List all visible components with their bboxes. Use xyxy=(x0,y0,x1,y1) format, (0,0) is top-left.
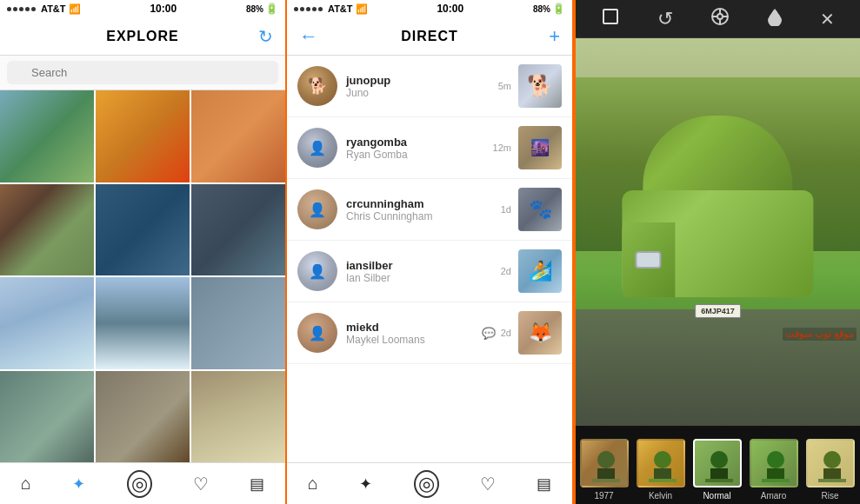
photo-cell[interactable] xyxy=(191,371,285,463)
editor-panel: ↺ ✕ xyxy=(574,0,860,504)
filter-1977[interactable]: 1977 xyxy=(576,426,632,504)
crop-icon[interactable] xyxy=(594,3,627,34)
dm-name: Juno xyxy=(346,87,498,99)
search-wrap: 🔍 xyxy=(7,61,278,84)
photo-cell[interactable] xyxy=(0,90,94,182)
dm-thumbnail: 🐕 xyxy=(518,64,562,108)
tab-home-direct[interactable]: ⌂ xyxy=(297,470,329,497)
home-icon-direct: ⌂ xyxy=(308,474,318,494)
tab-home[interactable]: ⌂ xyxy=(10,470,42,497)
tab-camera[interactable]: ◎ xyxy=(117,467,163,501)
dm-info: miekd Maykel Loomans xyxy=(346,321,482,346)
direct-status-bar: AT&T 📶 10:00 88% 🔋 xyxy=(287,0,572,17)
svg-point-2 xyxy=(717,14,723,19)
tab-profile-direct[interactable]: ▤ xyxy=(526,471,562,497)
photo-grid xyxy=(0,90,285,462)
battery-label: 88% xyxy=(246,4,263,14)
rotate-icon[interactable]: ↺ xyxy=(650,4,680,34)
drop-icon[interactable] xyxy=(760,3,790,35)
filter-label-rise: Rise xyxy=(821,491,838,501)
tab-activity-direct[interactable]: ♡ xyxy=(470,470,506,498)
dm-time: 2d xyxy=(501,266,511,276)
dm-username: junopup xyxy=(346,74,498,87)
filter-icon[interactable] xyxy=(703,3,737,35)
tab-activity[interactable]: ♡ xyxy=(183,470,219,498)
svg-rect-13 xyxy=(654,468,671,479)
photo-cell[interactable] xyxy=(0,371,94,463)
tab-camera-direct[interactable]: ◎ xyxy=(403,467,450,501)
filter-label-1977: 1977 xyxy=(594,491,613,501)
photo-cell[interactable] xyxy=(191,90,285,182)
svg-rect-10 xyxy=(592,479,620,482)
photo-cell[interactable] xyxy=(96,90,190,182)
refresh-button[interactable]: ↻ xyxy=(258,26,273,47)
dm-item[interactable]: 👤 crcunningham Chris Cunningham 1d 🐾 xyxy=(287,179,572,241)
battery-icon-direct: 🔋 xyxy=(552,3,565,15)
svg-point-8 xyxy=(597,451,615,468)
dm-item[interactable]: 👤 miekd Maykel Loomans 💬 2d 🦊 xyxy=(287,302,572,364)
dm-list: 🐕 junopup Juno 5m 🐕 👤 ryangomba Ryan Gom… xyxy=(287,56,572,462)
time-label: 10:00 xyxy=(150,3,177,15)
photo-cell[interactable] xyxy=(96,277,190,369)
camera-icon: ◎ xyxy=(127,470,152,498)
svg-point-12 xyxy=(654,451,671,468)
carrier-label-direct: AT&T xyxy=(328,3,353,14)
back-button[interactable]: ← xyxy=(299,25,318,48)
photo-cell[interactable] xyxy=(96,371,190,463)
dm-item[interactable]: 👤 ryangomba Ryan Gomba 12m 🌆 xyxy=(287,117,572,179)
filter-kelvin[interactable]: Kelvin xyxy=(632,426,689,504)
photo-cell[interactable] xyxy=(96,184,190,276)
search-input[interactable] xyxy=(7,61,278,84)
dm-thumbnail: 🐾 xyxy=(518,188,562,231)
explore-tab-bar: ⌂ ✦ ◎ ♡ ▤ xyxy=(0,462,285,504)
tab-explore[interactable]: ✦ xyxy=(62,471,96,497)
dm-username: iansilber xyxy=(346,259,501,272)
battery-icon: 🔋 xyxy=(265,3,278,15)
heart-icon: ♡ xyxy=(193,474,209,494)
profile-icon: ▤ xyxy=(250,474,264,494)
carrier-label: AT&T xyxy=(41,3,66,14)
tab-profile[interactable]: ▤ xyxy=(239,471,275,497)
photo-cell[interactable] xyxy=(0,277,94,369)
svg-point-16 xyxy=(710,451,728,468)
signal-dots xyxy=(7,7,36,11)
close-icon[interactable]: ✕ xyxy=(813,5,842,33)
wifi-icon: 📶 xyxy=(69,3,81,15)
svg-rect-22 xyxy=(762,479,790,482)
dm-name: Chris Cunningham xyxy=(346,210,501,222)
avatar: 👤 xyxy=(297,313,337,353)
explore-icon: ✦ xyxy=(72,474,85,494)
svg-point-20 xyxy=(767,451,784,468)
profile-icon-direct: ▤ xyxy=(537,474,551,494)
explore-nav-bar: EXPLORE ↻ xyxy=(0,17,285,56)
dm-item[interactable]: 🐕 junopup Juno 5m 🐕 xyxy=(287,56,572,117)
photo-cell[interactable] xyxy=(191,184,285,276)
signal-dots-direct xyxy=(294,7,323,11)
filter-normal[interactable]: Normal xyxy=(689,426,745,504)
editor-photo: 6MJP417 موقع توب سوفت xyxy=(576,38,860,426)
direct-nav-bar: ← DIRECT + xyxy=(287,17,572,56)
tab-explore-direct[interactable]: ✦ xyxy=(349,471,383,497)
direct-tab-bar: ⌂ ✦ ◎ ♡ ▤ xyxy=(287,462,572,504)
dm-info: iansilber Ian Silber xyxy=(346,259,501,284)
dm-thumbnail: 🌆 xyxy=(518,126,562,169)
svg-rect-9 xyxy=(597,468,615,479)
photo-cell[interactable] xyxy=(191,277,285,369)
svg-rect-17 xyxy=(710,468,728,479)
filter-thumb-kelvin xyxy=(637,439,685,487)
explore-status-bar: AT&T 📶 10:00 88% 🔋 xyxy=(0,0,285,17)
compose-button[interactable]: + xyxy=(549,25,560,48)
photo-cell[interactable] xyxy=(0,184,94,276)
filter-rise[interactable]: Rise xyxy=(802,426,858,504)
svg-point-24 xyxy=(823,451,841,468)
home-icon: ⌂ xyxy=(21,474,31,494)
direct-title: DIRECT xyxy=(401,29,458,44)
heart-icon-direct: ♡ xyxy=(480,474,496,494)
filter-thumb-normal xyxy=(693,439,742,487)
editor-toolbar: ↺ ✕ xyxy=(576,0,860,38)
dm-item[interactable]: 👤 iansilber Ian Silber 2d 🏄 xyxy=(287,241,572,302)
filter-amaro[interactable]: Amaro xyxy=(745,426,802,504)
dm-time: 1d xyxy=(501,204,511,215)
filter-label-kelvin: Kelvin xyxy=(649,491,672,501)
svg-rect-26 xyxy=(818,479,846,482)
